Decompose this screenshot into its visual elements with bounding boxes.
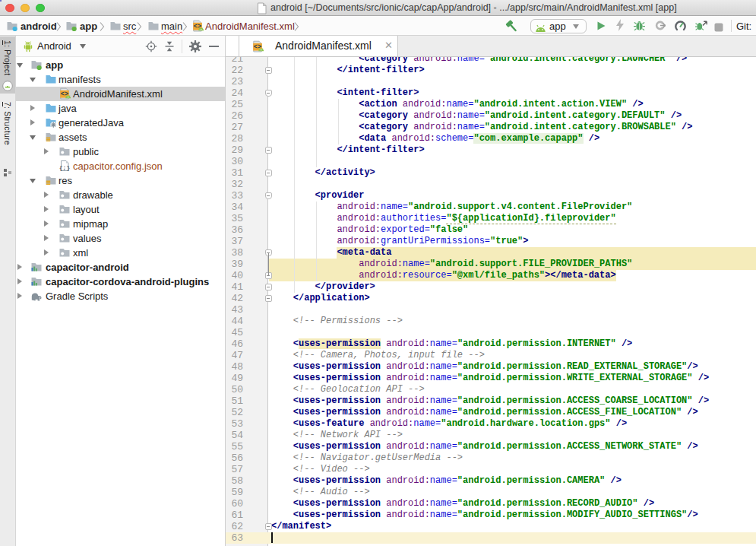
svg-text:{;}: {;} (59, 163, 71, 170)
